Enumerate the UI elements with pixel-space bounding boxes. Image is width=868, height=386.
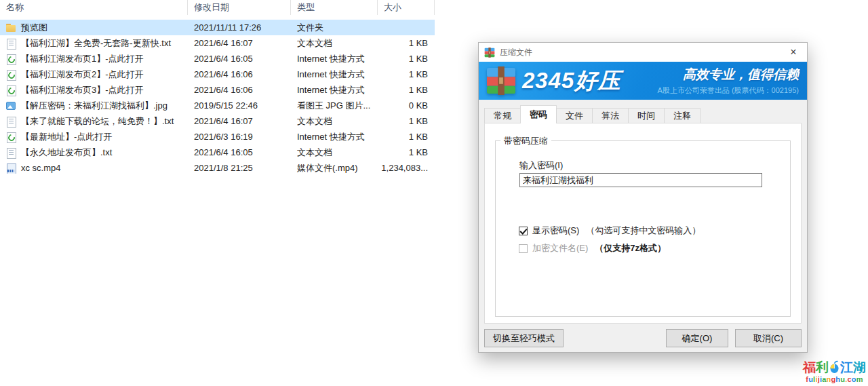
file-name-cell: 【解压密码：来福利江湖找福利】.jpg <box>0 100 188 112</box>
mouse-icon <box>829 360 840 374</box>
file-type: 文本文档 <box>291 147 378 159</box>
tab-general[interactable]: 常规 <box>484 108 521 123</box>
file-date: 2019/5/15 22:46 <box>188 100 291 111</box>
password-group: 带密码压缩 输入密码(I) 显示密码(S) （勾选可支持中文密码输入） 加密文件… <box>495 140 791 317</box>
tab-password[interactable]: 密码 <box>520 105 557 123</box>
watermark-char: 湖 <box>853 360 866 374</box>
file-explorer-list: 名称修改日期类型大小 预览图 2021/11/11 17:26 文件夹 【福利江… <box>0 0 435 176</box>
file-type: 文本文档 <box>291 37 378 50</box>
column-header-row: 名称修改日期类型大小 <box>0 0 435 15</box>
column-header-name[interactable]: 名称 <box>0 0 188 15</box>
checkbox-unchecked-icon <box>519 244 528 253</box>
password-tab-page: 带密码压缩 输入密码(I) 显示密码(S) （勾选可支持中文密码输入） 加密文件… <box>484 123 802 324</box>
switch-lite-mode-button[interactable]: 切换至轻巧模式 <box>484 329 564 347</box>
file-date: 2021/6/4 16:05 <box>188 147 291 157</box>
file-list-body: 预览图 2021/11/11 17:26 文件夹 【福利江湖】全免费-无套路-更… <box>0 20 435 176</box>
watermark-chars-left: 福利 <box>803 361 829 374</box>
file-date: 2021/1/8 21:25 <box>188 163 291 173</box>
file-row[interactable]: 【福利江湖发布页1】-点此打开 2021/6/4 16:05 Internet … <box>0 51 435 66</box>
haozip-logo-icon <box>486 66 517 95</box>
brand-name: 2345好压 <box>522 66 620 96</box>
file-date: 2021/11/11 17:26 <box>188 22 291 33</box>
file-size: 1 KB <box>378 147 435 157</box>
file-type: Internet 快捷方式 <box>291 69 378 81</box>
file-name: 【永久地址发布页】.txt <box>21 147 112 159</box>
file-date: 2021/6/4 16:05 <box>188 54 291 64</box>
ok-button[interactable]: 确定(O) <box>666 329 728 347</box>
tab-comment[interactable]: 注释 <box>664 108 701 123</box>
file-row[interactable]: 【解压密码：来福利江湖找福利】.jpg 2019/5/15 22:46 看图王 … <box>0 98 435 113</box>
file-date: 2021/6/4 16:06 <box>188 69 291 79</box>
file-row[interactable]: 【最新地址】-点此打开 2021/6/3 16:19 Internet 快捷方式… <box>0 129 435 144</box>
file-type: 文本文档 <box>291 115 378 128</box>
banner-slogan: 高效专业，值得信赖 <box>658 66 799 83</box>
watermark-domain: fulijianghu.com <box>803 376 866 383</box>
password-label: 输入密码(I) <box>519 159 563 172</box>
file-name-cell: 预览图 <box>0 22 188 34</box>
column-header-type[interactable]: 类型 <box>291 0 378 15</box>
file-name: 【来了就能下载的论坛，纯免费！】.txt <box>21 115 174 128</box>
file-name-cell: 【福利江湖发布页2】-点此打开 <box>0 69 188 81</box>
banner-subtitle: A股上市公司荣誉出品 (股票代码：002195) <box>658 85 799 96</box>
file-row[interactable]: xc sc.mp4 2021/1/8 21:25 媒体文件(.mp4) 1,23… <box>0 160 435 176</box>
watermark-char: 福 <box>803 360 816 374</box>
file-row[interactable]: 【来了就能下载的论坛，纯免费！】.txt 2021/6/4 16:07 文本文档… <box>0 113 435 129</box>
password-group-title: 带密码压缩 <box>500 135 551 147</box>
file-name: 【解压密码：来福利江湖找福利】.jpg <box>21 100 167 112</box>
file-name-cell: 【福利江湖发布页1】-点此打开 <box>0 53 188 65</box>
file-date: 2021/6/4 16:06 <box>188 85 291 95</box>
file-row[interactable]: 预览图 2021/11/11 17:26 文件夹 <box>0 20 435 35</box>
dialog-button-row: 切换至轻巧模式 确定(O) 取消(C) <box>484 329 802 347</box>
file-name: 【福利江湖】全免费-无套路-更新快.txt <box>21 37 171 50</box>
dialog-titlebar[interactable]: 压缩文件 × <box>479 43 807 62</box>
file-size: 1 KB <box>378 38 435 48</box>
text-file-icon <box>5 116 16 127</box>
url-shortcut-icon <box>5 54 16 64</box>
file-size: 1 KB <box>378 54 435 64</box>
file-type: 文件夹 <box>291 22 378 34</box>
encrypt-names-label: 加密文件名(E) <box>532 242 588 254</box>
url-shortcut-icon <box>5 132 16 142</box>
file-type: Internet 快捷方式 <box>291 53 378 65</box>
file-name-cell: 【福利江湖发布页3】-点此打开 <box>0 84 188 96</box>
file-date: 2021/6/3 16:19 <box>188 132 291 142</box>
file-row[interactable]: 【福利江湖】全免费-无套路-更新快.txt 2021/6/4 16:07 文本文… <box>0 35 435 51</box>
folder-icon <box>5 22 16 33</box>
tab-algorithm[interactable]: 算法 <box>592 108 629 123</box>
file-size: 1,234,083... <box>378 163 435 173</box>
file-size: 1 KB <box>378 69 435 79</box>
password-input[interactable] <box>519 173 762 187</box>
file-row[interactable]: 【福利江湖发布页2】-点此打开 2021/6/4 16:06 Internet … <box>0 66 435 82</box>
file-size: 1 KB <box>378 132 435 142</box>
text-file-icon <box>5 38 16 49</box>
cancel-button[interactable]: 取消(C) <box>735 329 802 347</box>
watermark-char: 江 <box>840 360 853 374</box>
url-shortcut-icon <box>5 85 16 96</box>
file-name: 【福利江湖发布页2】-点此打开 <box>21 69 144 81</box>
file-size: 1 KB <box>378 85 435 95</box>
encrypt-names-hint: （仅支持7z格式） <box>595 242 666 254</box>
file-name-cell: xc sc.mp4 <box>0 163 188 174</box>
column-header-date-modified[interactable]: 修改日期 <box>188 0 291 15</box>
file-row[interactable]: 【福利江湖发布页3】-点此打开 2021/6/4 16:06 Internet … <box>0 82 435 98</box>
show-password-checkbox[interactable]: 显示密码(S) （勾选可支持中文密码输入） <box>519 225 701 237</box>
close-icon[interactable]: × <box>780 43 807 62</box>
file-name-cell: 【福利江湖】全免费-无套路-更新快.txt <box>0 37 188 50</box>
dialog-title: 压缩文件 <box>500 47 532 58</box>
tab-files[interactable]: 文件 <box>556 108 593 123</box>
file-name: 预览图 <box>21 22 47 34</box>
tab-time[interactable]: 时间 <box>628 108 665 123</box>
text-file-icon <box>5 147 16 158</box>
file-type: Internet 快捷方式 <box>291 84 378 96</box>
file-date: 2021/6/4 16:07 <box>188 38 291 48</box>
watermark-char: 利 <box>816 360 829 374</box>
watermark-chars-right: 江湖 <box>840 361 866 374</box>
haozip-app-icon <box>484 47 495 58</box>
file-name: xc sc.mp4 <box>21 163 61 173</box>
file-name-cell: 【来了就能下载的论坛，纯免费！】.txt <box>0 115 188 128</box>
column-header-size[interactable]: 大小 <box>378 0 435 15</box>
fulijianghu-watermark: 福利 江湖 fulijianghu.com <box>803 360 866 383</box>
brand-banner: 2345好压 高效专业，值得信赖 A股上市公司荣誉出品 (股票代码：002195… <box>479 62 807 100</box>
file-name: 【福利江湖发布页3】-点此打开 <box>21 84 144 96</box>
file-row[interactable]: 【永久地址发布页】.txt 2021/6/4 16:05 文本文档 1 KB <box>0 144 435 160</box>
